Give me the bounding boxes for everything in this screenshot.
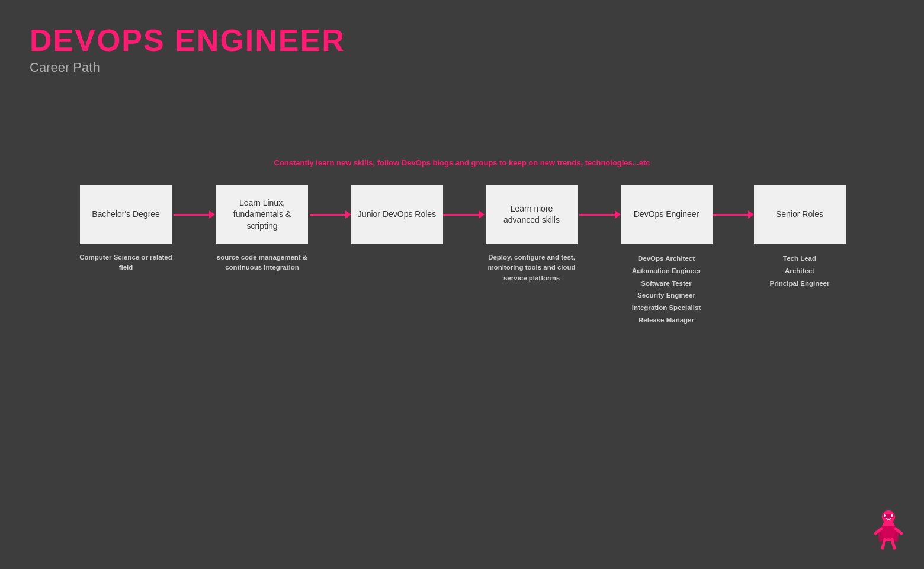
line-5: [713, 214, 748, 216]
arrowhead-4: [615, 210, 621, 219]
role-tech-lead: Tech Lead: [770, 252, 830, 265]
label-advanced: Deploy, configure and test, monitoring t…: [485, 252, 579, 283]
svg-line-6: [892, 539, 894, 548]
arrow-3: [443, 210, 485, 219]
stage-devops-engineer: DevOps Engineer DevOps Architect Automat…: [621, 185, 713, 326]
stage-advanced: Learn more advanced skills Deploy, confi…: [485, 185, 579, 283]
svg-point-8: [884, 514, 886, 517]
box-devops-engineer-label: DevOps Engineer: [634, 209, 700, 220]
mascot: G: [871, 504, 906, 551]
box-junior-label: Junior DevOps Roles: [358, 209, 436, 220]
arrow-4: [579, 210, 621, 219]
box-linux: Learn Linux, fundamentals & scripting: [216, 185, 308, 244]
role-devops-architect: DevOps Architect: [632, 252, 701, 265]
box-senior-roles: Senior Roles: [754, 185, 846, 244]
arrowhead-2: [345, 210, 351, 219]
role-release-manager: Release Manager: [632, 314, 701, 327]
line-2: [310, 214, 345, 216]
role-automation-engineer: Automation Engineer: [632, 265, 701, 277]
connector-1: [174, 185, 215, 244]
svg-line-5: [883, 539, 885, 548]
label-linux: source code management & continuous inte…: [215, 252, 310, 273]
role-architect: Architect: [770, 265, 830, 277]
box-senior-roles-label: Senior Roles: [776, 209, 823, 220]
flowchart: Bachelor's Degree Computer Science or re…: [0, 185, 924, 326]
box-bachelor-label: Bachelor's Degree: [92, 209, 160, 220]
line-1: [174, 214, 209, 216]
role-security-engineer: Security Engineer: [632, 289, 701, 302]
line-3: [443, 214, 479, 216]
arrow-5: [713, 210, 754, 219]
connector-2: [310, 185, 351, 244]
arrowhead-5: [748, 210, 754, 219]
arrow-2: [310, 210, 351, 219]
stage-junior: Junior DevOps Roles: [351, 185, 443, 263]
page-title: DEVOPS ENGINEER: [30, 24, 894, 57]
label-devops-engineer-roles: DevOps Architect Automation Engineer Sof…: [632, 252, 701, 326]
arrowhead-3: [479, 210, 485, 219]
svg-point-9: [891, 514, 893, 517]
stage-senior-roles: Senior Roles Tech Lead Architect Princip…: [754, 185, 846, 289]
label-junior: [396, 252, 397, 263]
connector-3: [443, 185, 485, 244]
connector-4: [579, 185, 621, 244]
label-bachelor: Computer Science or related field: [79, 252, 174, 273]
stage-bachelor: Bachelor's Degree Computer Science or re…: [79, 185, 174, 273]
box-advanced-label: Learn more advanced skills: [492, 203, 572, 226]
line-4: [579, 214, 615, 216]
page-header: DEVOPS ENGINEER Career Path: [0, 0, 924, 75]
connector-5: [713, 185, 754, 244]
box-bachelor: Bachelor's Degree: [80, 185, 172, 244]
arrowhead-1: [209, 210, 215, 219]
label-senior-roles: Tech Lead Architect Principal Engineer: [770, 252, 830, 289]
tip-text: Constantly learn new skills, follow DevO…: [0, 158, 924, 167]
role-software-tester: Software Tester: [632, 277, 701, 290]
box-advanced: Learn more advanced skills: [486, 185, 578, 244]
stage-linux: Learn Linux, fundamentals & scripting so…: [215, 185, 310, 273]
box-linux-label: Learn Linux, fundamentals & scripting: [222, 197, 302, 232]
page-subtitle: Career Path: [30, 60, 894, 75]
role-principal-engineer: Principal Engineer: [770, 277, 830, 290]
box-devops-engineer: DevOps Engineer: [621, 185, 713, 244]
role-integration-specialist: Integration Specialist: [632, 302, 701, 314]
box-junior: Junior DevOps Roles: [351, 185, 443, 244]
mascot-svg: G: [871, 504, 906, 551]
arrow-1: [174, 210, 215, 219]
